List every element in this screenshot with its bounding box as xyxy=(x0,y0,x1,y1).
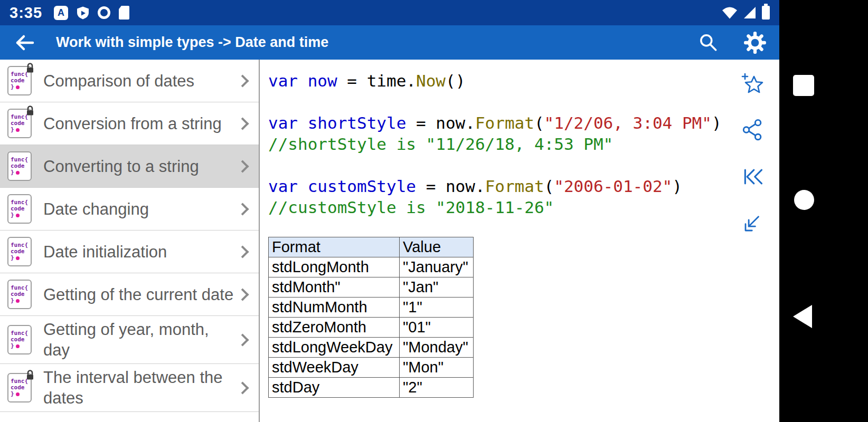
table-row: stdLongWeekDay "Monday" xyxy=(269,338,474,358)
column-header-format: Format xyxy=(269,237,400,257)
magenta-dot xyxy=(16,85,20,89)
sidebar-item[interactable]: func{ code } Converting to a string xyxy=(0,145,259,188)
func-icon-line3: } xyxy=(11,127,31,133)
sidebar-item[interactable]: func{ code } Date initialization xyxy=(0,231,259,273)
func-code-icon: func{ code } xyxy=(7,280,32,309)
search-icon xyxy=(697,32,720,54)
sidebar-item[interactable]: func{ code } Getting of year, month, day xyxy=(0,316,259,364)
sidebar-item[interactable]: func{ code } Date changing xyxy=(0,188,259,231)
sidebar-item-label: Getting of the current date xyxy=(43,284,238,305)
chevron-right-icon xyxy=(236,74,249,87)
lock-icon xyxy=(26,106,34,118)
value-cell: "Mon" xyxy=(400,358,474,378)
value-cell: "Jan" xyxy=(400,277,474,298)
skip-to-start-button[interactable] xyxy=(740,164,766,189)
func-icon-line3: } xyxy=(11,212,31,218)
sidebar-item-label: Comparison of dates xyxy=(43,71,238,91)
sidebar-item-label: Date changing xyxy=(43,199,238,219)
func-icon-line3: } xyxy=(11,391,31,397)
clock: 3:35 xyxy=(10,4,42,22)
format-cell: stdMonth" xyxy=(269,277,400,298)
ring-app-icon xyxy=(98,6,110,19)
value-cell: "01" xyxy=(400,318,474,338)
recents-button[interactable] xyxy=(793,75,814,96)
func-icon-line3: } xyxy=(11,169,31,176)
value-cell: "2" xyxy=(400,378,474,398)
scroll-to-end-button[interactable] xyxy=(740,210,766,236)
table-row: stdZeroMonth "01" xyxy=(269,318,474,338)
app-window: 3:35 A Work with simple types -> Date an… xyxy=(0,0,779,422)
page-title: Work with simple types -> Date and time xyxy=(56,34,694,51)
notification-icons: A xyxy=(54,6,129,20)
format-cell: stdLongWeekDay xyxy=(269,338,400,358)
body: func{ code } Comparison of dates xyxy=(0,60,779,422)
chevron-right-icon xyxy=(236,245,249,258)
sidebar-item-label: Conversion from a string xyxy=(43,113,238,134)
add-favorite-button[interactable] xyxy=(740,71,766,97)
sidebar-item-label: The interval between the dates xyxy=(43,367,238,408)
share-button[interactable] xyxy=(740,118,766,143)
sidebar-item[interactable]: func{ code } Comparison of dates xyxy=(0,60,259,102)
magenta-dot xyxy=(16,392,20,396)
android-screen: 3:35 A Work with simple types -> Date an… xyxy=(0,0,868,422)
column-header-value: Value xyxy=(400,237,474,257)
sidebar-item-label: Getting of year, month, day xyxy=(43,319,238,360)
lock-icon xyxy=(26,370,34,382)
func-code-icon: func{ code } xyxy=(7,325,32,354)
chevron-right-icon xyxy=(236,333,249,346)
translate-icon: A xyxy=(54,6,68,20)
magenta-dot xyxy=(16,171,20,175)
chevron-right-icon xyxy=(236,117,249,130)
skip-to-start-icon xyxy=(741,165,765,188)
lesson-content: var now = time.Now() var shortStyle = no… xyxy=(260,60,779,422)
func-icon-line3: } xyxy=(11,343,31,349)
table-row: stdLongMonth "January" xyxy=(269,257,474,277)
format-cell: stdLongMonth xyxy=(269,257,400,277)
settings-button[interactable] xyxy=(740,28,770,57)
back-nav-button[interactable] xyxy=(793,305,812,328)
cell-signal-icon xyxy=(743,6,757,20)
table-row: stdNumMonth "1" xyxy=(269,298,474,318)
format-cell: stdWeekDay xyxy=(269,358,400,378)
value-cell: "1" xyxy=(400,298,474,318)
back-arrow-icon xyxy=(13,31,36,54)
chevron-right-icon xyxy=(236,160,249,172)
magenta-dot xyxy=(16,344,20,348)
func-icon-line3: } xyxy=(11,84,31,90)
sidebar-item[interactable]: func{ code } Conversion from a string xyxy=(0,102,259,145)
value-cell: "Monday" xyxy=(400,338,474,358)
android-nav-bar xyxy=(779,0,868,422)
gear-icon xyxy=(743,31,767,55)
code-sample: var now = time.Now() var shortStyle = no… xyxy=(268,70,779,218)
sim-card-icon xyxy=(119,6,129,20)
format-cell: stdDay xyxy=(269,378,400,398)
table-row: stdWeekDay "Mon" xyxy=(269,358,474,378)
func-code-icon: func{ code } xyxy=(7,373,32,402)
search-button[interactable] xyxy=(694,28,723,57)
func-code-icon: func{ code } xyxy=(7,237,32,266)
home-button[interactable] xyxy=(794,190,814,210)
table-row: stdMonth" "Jan" xyxy=(269,277,474,298)
status-bar: 3:35 A xyxy=(0,0,779,25)
sidebar-item-label: Converting to a string xyxy=(43,156,238,177)
sidebar-item[interactable]: func{ code } The interval between the da… xyxy=(0,364,259,412)
func-code-icon: func{ code } xyxy=(7,109,32,138)
table-body: stdLongMonth "January" stdMonth" "Jan" s… xyxy=(269,257,474,398)
wifi-icon xyxy=(722,6,738,20)
star-plus-icon xyxy=(740,71,766,97)
magenta-dot xyxy=(16,214,20,217)
format-reference-table: Format Value stdLongMonth "January" xyxy=(268,237,474,398)
func-code-icon: func{ code } xyxy=(7,66,32,95)
system-status-icons xyxy=(722,6,770,20)
chevron-right-icon xyxy=(236,288,249,301)
func-code-icon: func{ code } xyxy=(7,151,32,181)
format-cell: stdZeroMonth xyxy=(269,318,400,338)
sidebar-item[interactable]: func{ code } Getting of the current date xyxy=(0,273,259,316)
battery-icon xyxy=(762,6,770,20)
func-icon-line3: } xyxy=(11,255,31,261)
sidebar-topic-list: func{ code } Comparison of dates xyxy=(0,60,260,422)
func-icon-line3: } xyxy=(11,298,31,304)
play-protect-icon xyxy=(77,6,89,20)
back-button[interactable] xyxy=(10,28,39,57)
sidebar-item-label: Date initialization xyxy=(43,242,238,262)
